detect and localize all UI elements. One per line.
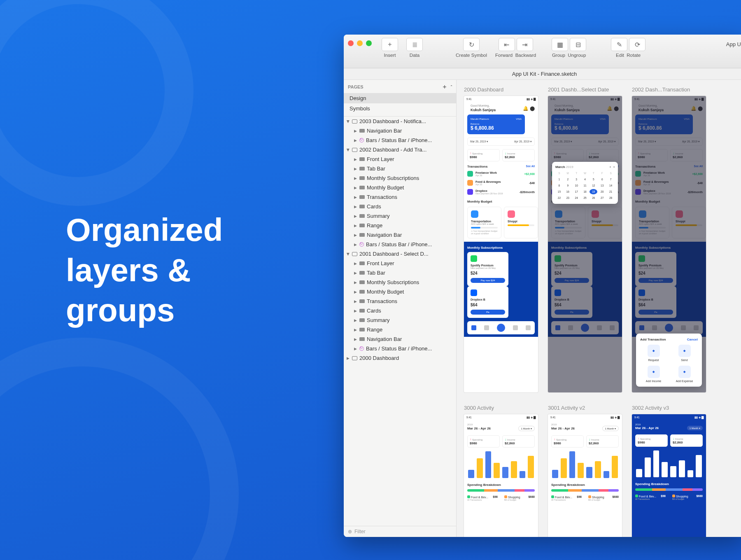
disclosure-icon[interactable]: ▶	[354, 176, 357, 180]
page-item[interactable]: Symbols	[344, 103, 456, 114]
layers-panel[interactable]: ▶2003 Dashboard - Notifica...▶Navigation…	[344, 116, 456, 526]
layer-row[interactable]: ▶Navigation Bar	[344, 230, 456, 240]
artboard[interactable]: 3002 Activity v39:41▮▮ ◈ ▇ 2019Mar 26 - …	[632, 405, 706, 537]
disclosure-icon[interactable]: ▶	[354, 328, 357, 332]
disclosure-icon[interactable]: ▶	[346, 252, 350, 256]
layer-row[interactable]: ▶Range	[344, 221, 456, 230]
layer-row[interactable]: ▶Monthly Budget	[344, 183, 456, 192]
layer-name: Bars / Status Bar / iPhone...	[366, 345, 454, 352]
disclosure-icon[interactable]: ▶	[354, 271, 357, 275]
artboard[interactable]: 2001 Dashb...Select Date9:41▮▮ ◈ ▇ Good …	[548, 86, 622, 392]
layer-row[interactable]: ▶2002 Dashboard - Add Tra...	[344, 145, 456, 154]
calendar-overlay[interactable]: March 2019‹ ›SMTWTFS12345678910111213141…	[552, 162, 618, 204]
layer-row[interactable]: ▶Range	[344, 325, 456, 334]
layer-row[interactable]: ▶Front Layer	[344, 154, 456, 164]
toolbar-button[interactable]: ✎	[611, 38, 627, 51]
layer-row[interactable]: ▶2003 Dashboard - Notifica...	[344, 117, 456, 126]
disclosure-icon[interactable]: ▶	[346, 356, 350, 360]
disclosure-icon[interactable]: ▶	[354, 205, 357, 209]
traffic-lights[interactable]	[348, 38, 372, 46]
disclosure-icon[interactable]: ▶	[354, 290, 357, 294]
close-icon[interactable]	[348, 40, 354, 46]
filter-input[interactable]: ⊕ Filter	[344, 526, 456, 537]
layer-row[interactable]: ▶Bars / Status Bar / iPhone...	[344, 135, 456, 145]
disclosure-icon[interactable]: ▶	[354, 261, 357, 266]
layer-row[interactable]: ▶Tab Bar	[344, 164, 456, 173]
layer-name: Cards	[367, 308, 454, 314]
disclosure-icon[interactable]: ▶	[354, 299, 357, 303]
toolbar-button[interactable]: ⇤	[499, 38, 515, 51]
artboard-label: 2000 Dashboard	[464, 86, 538, 93]
disclosure-icon[interactable]: ▶	[346, 148, 350, 152]
disclosure-icon[interactable]: ▶	[354, 157, 357, 161]
artb-icon	[352, 252, 357, 256]
layer-row[interactable]: ▶Summary	[344, 315, 456, 325]
layer-row[interactable]: ▶Monthly Subscriptions	[344, 278, 456, 287]
disclosure-icon[interactable]: ▶	[354, 309, 357, 313]
toolbar-button[interactable]: ↻	[463, 38, 480, 51]
layer-row[interactable]: ▶Bars / Status Bar / iPhone...	[344, 344, 456, 353]
toolbar-button[interactable]: ≣	[406, 38, 423, 51]
zoom-icon[interactable]	[366, 40, 372, 46]
disclosure-icon[interactable]: ▶	[354, 138, 357, 142]
fold-icon	[359, 318, 365, 322]
fold-icon	[359, 129, 365, 133]
sym-icon	[359, 346, 364, 351]
artboard[interactable]: 2000 Dashboard9:41▮▮ ◈ ▇ Good Morning,Ku…	[464, 86, 538, 392]
fold-icon	[359, 176, 365, 180]
layer-row[interactable]: ▶Navigation Bar	[344, 126, 456, 135]
layer-row[interactable]: ▶Transactions	[344, 192, 456, 202]
layer-name: Tab Bar	[367, 270, 454, 276]
fold-icon	[359, 233, 365, 237]
add-page-icon[interactable]: ＋	[442, 83, 447, 91]
artboard[interactable]: 3001 Activity v29:41▮▮ ◈ ▇ 2019Mar 26 - …	[548, 405, 622, 537]
toolbar-button[interactable]: ⟳	[629, 38, 645, 51]
disclosure-icon[interactable]: ▶	[354, 224, 357, 228]
window-title-right: App U	[726, 38, 741, 47]
layer-row[interactable]: ▶Tab Bar	[344, 268, 456, 278]
disclosure-icon[interactable]: ▶	[354, 233, 357, 237]
artboard-label: 3001 Activity v2	[548, 405, 622, 411]
layer-name: Cards	[367, 203, 454, 210]
disclosure-icon[interactable]: ▶	[354, 214, 357, 218]
layer-row[interactable]: ▶Cards	[344, 306, 456, 315]
minimize-icon[interactable]	[357, 40, 363, 46]
layer-row[interactable]: ▶Summary	[344, 211, 456, 221]
layer-row[interactable]: ▶Monthly Subscriptions	[344, 173, 456, 183]
toolbar-button[interactable]: ⇥	[517, 38, 533, 51]
toolbar-label: Data	[410, 53, 419, 58]
disclosure-icon[interactable]: ▶	[354, 186, 357, 190]
toolbar-button[interactable]: ⊟	[570, 38, 586, 51]
disclosure-icon[interactable]: ▶	[354, 347, 357, 351]
disclosure-icon[interactable]: ▶	[354, 318, 357, 322]
page-item[interactable]: Design	[344, 93, 456, 103]
artboard[interactable]: 3000 Activity9:41▮▮ ◈ ▇ 2019Mar 26 - Apr…	[464, 405, 538, 537]
sketch-window: +Insert≣Data↻Create Symbol⇤⇥Forward Back…	[344, 35, 741, 537]
disclosure-icon[interactable]: ▶	[354, 129, 357, 133]
layer-row[interactable]: ▶Cards	[344, 202, 456, 211]
layer-row[interactable]: ▶Monthly Budget	[344, 287, 456, 296]
toolbar-button[interactable]: ▦	[552, 38, 568, 51]
disclosure-icon[interactable]: ▶	[354, 195, 357, 199]
toolbar-label: Forward Backward	[495, 53, 536, 58]
collapse-icon[interactable]: ˆ	[451, 85, 452, 89]
artboard-label: 3000 Activity	[464, 405, 538, 411]
disclosure-icon[interactable]: ▶	[354, 337, 357, 341]
layer-row[interactable]: ▶2001 Dashboard - Select D...	[344, 249, 456, 259]
disclosure-icon[interactable]: ▶	[346, 119, 350, 123]
disclosure-icon[interactable]: ▶	[354, 167, 357, 171]
add-transaction-sheet[interactable]: Add TransactionCancel◆Request◆Send◆Add I…	[636, 334, 702, 387]
canvas[interactable]: 2000 Dashboard9:41▮▮ ◈ ▇ Good Morning,Ku…	[457, 80, 741, 537]
layer-row[interactable]: ▶Bars / Status Bar / iPhone...	[344, 240, 456, 249]
fold-icon	[359, 290, 365, 294]
artboard[interactable]: 2002 Dash...Transaction9:41▮▮ ◈ ▇ Good M…	[632, 86, 706, 392]
layer-row[interactable]: ▶2000 Dashboard	[344, 353, 456, 363]
fold-icon	[359, 328, 365, 331]
disclosure-icon[interactable]: ▶	[354, 243, 357, 247]
layer-row[interactable]: ▶Transactions	[344, 296, 456, 306]
sym-icon	[359, 242, 364, 247]
layer-row[interactable]: ▶Navigation Bar	[344, 334, 456, 344]
disclosure-icon[interactable]: ▶	[354, 280, 357, 285]
layer-row[interactable]: ▶Front Layer	[344, 259, 456, 268]
toolbar-button[interactable]: +	[382, 38, 398, 51]
